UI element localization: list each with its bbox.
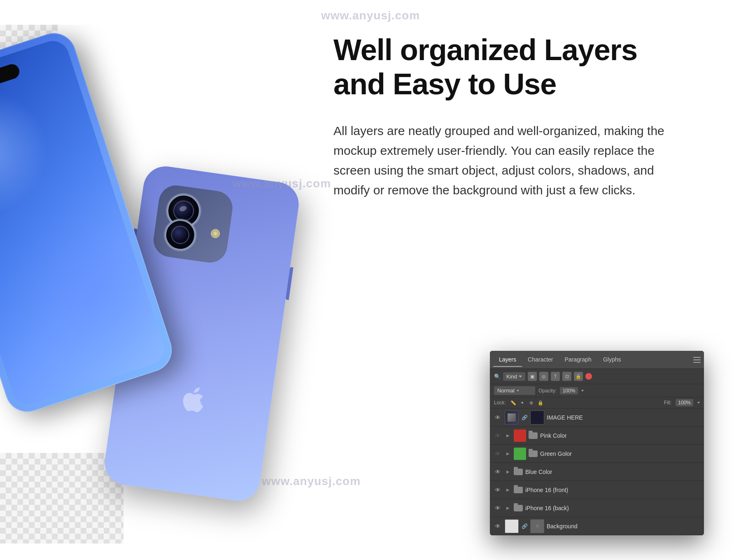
fill-arrow-icon (697, 402, 700, 404)
layer-folder-icon-5 (514, 505, 523, 511)
layer-row-green-golor[interactable]: 👁 ▶ Green Golor (490, 445, 704, 463)
layer-color-swatch-1 (514, 429, 526, 442)
ps-layers-list: 👁 🔗 IMAGE HERE 👁 ▶ Pink Color (490, 408, 704, 535)
phone-notch (0, 62, 21, 93)
content-area: Well organized Layers and Easy to Use Al… (309, 0, 741, 560)
fill-value[interactable]: 100% (676, 399, 693, 406)
filter-kind-label: Kind (506, 373, 517, 380)
fill-label: Fill: (664, 400, 672, 406)
lock-label: Lock: (494, 400, 506, 406)
layer-name-4: iPhone 16 (front) (525, 487, 701, 493)
layer-folder-icon-4 (514, 487, 523, 493)
filter-smart-icon[interactable]: 🔒 (574, 372, 583, 381)
layer-expand-3[interactable]: ▶ (505, 469, 511, 475)
opacity-value[interactable]: 100% (560, 387, 578, 394)
layer-eye-3[interactable]: 👁 (493, 467, 502, 476)
tab-glyphs[interactable]: Glyphs (597, 353, 627, 367)
layer-name-6: Background (547, 523, 701, 530)
camera-module (151, 183, 235, 265)
camera-lens-secondary-inner (170, 225, 191, 245)
filter-shape-icon[interactable]: ⊡ (562, 372, 571, 381)
layer-mask-thumb-6: ⊡ (530, 519, 544, 533)
tab-character[interactable]: Character (522, 353, 559, 367)
screen-glow-1 (0, 75, 65, 230)
main-title: Well organized Layers and Easy to Use (333, 33, 704, 101)
layer-expand-4[interactable]: ▶ (505, 487, 511, 493)
layer-folder-icon-2 (529, 450, 538, 457)
layer-eye-2[interactable]: 👁 (493, 449, 502, 458)
layer-link-6: 🔗 (521, 523, 528, 529)
layer-eye-6[interactable]: 👁 (493, 522, 502, 531)
filter-color-icon[interactable] (585, 373, 592, 380)
panel-menu-icon[interactable] (693, 357, 701, 363)
apple-logo (179, 384, 205, 413)
layer-row-background[interactable]: 👁 🔗 ⊡ Background (490, 517, 704, 535)
camera-flash (210, 229, 221, 239)
layer-name-5: iPhone 16 (back) (525, 505, 701, 511)
layer-row-blue-color[interactable]: 👁 ▶ Blue Color (490, 463, 704, 481)
filter-kind-arrow-icon (519, 376, 522, 378)
layer-color-swatch-2 (514, 448, 526, 460)
layer-link-0: 🔗 (521, 415, 528, 420)
layer-thumb-6 (505, 519, 519, 533)
blend-mode-value: Normal (497, 387, 515, 394)
layer-eye-1[interactable]: 👁 (493, 431, 502, 440)
layer-expand-2[interactable]: ▶ (505, 450, 511, 457)
layer-row-image-here[interactable]: 👁 🔗 IMAGE HERE (490, 408, 704, 427)
layer-expand-5[interactable]: ▶ (505, 505, 511, 511)
ps-layers-panel: Layers Character Paragraph Glyphs 🔍 Kind… (490, 351, 704, 535)
layer-eye-0[interactable]: 👁 (493, 413, 502, 422)
layer-name-2: Green Golor (540, 450, 701, 457)
ps-blend-row: Normal Opacity: 100% (490, 384, 704, 397)
filter-kind-dropdown[interactable]: Kind (503, 372, 525, 381)
tab-paragraph[interactable]: Paragraph (559, 353, 597, 367)
camera-lens-reflect (179, 205, 187, 212)
lock-pixel-icon[interactable]: ✏️ (510, 399, 517, 406)
layer-name-0: IMAGE HERE (547, 414, 701, 421)
layer-row-iphone16-front[interactable]: 👁 ▶ iPhone 16 (front) (490, 481, 704, 499)
tab-layers[interactable]: Layers (493, 353, 522, 367)
layer-row-pink-color[interactable]: 👁 ▶ Pink Color (490, 427, 704, 445)
lock-all-icon[interactable]: 🔒 (537, 399, 544, 406)
filter-text-icon[interactable]: T (551, 372, 560, 381)
blend-mode-dropdown[interactable]: Normal (494, 386, 535, 395)
layer-name-3: Blue Color (525, 469, 701, 475)
layer-eye-4[interactable]: 👁 (493, 485, 502, 495)
layer-name-1: Pink Color (540, 432, 701, 439)
lock-move-icon[interactable]: ✦ (519, 399, 526, 406)
lock-icons-group: ✏️ ✦ ⊕ 🔒 (510, 399, 544, 406)
opacity-label: Opacity: (538, 388, 557, 394)
filter-pixel-icon[interactable]: ▣ (528, 372, 537, 381)
layer-row-iphone16-back[interactable]: 👁 ▶ iPhone 16 (back) (490, 499, 704, 517)
blend-mode-arrow-icon (517, 390, 519, 392)
lock-artboard-icon[interactable]: ⊕ (528, 399, 535, 406)
camera-lens-main-inner (172, 199, 195, 222)
layer-folder-icon-1 (529, 432, 538, 439)
layer-eye-5[interactable]: 👁 (493, 504, 502, 513)
layer-folder-icon-3 (514, 469, 523, 475)
ps-panel-tabs: Layers Character Paragraph Glyphs (490, 351, 704, 369)
description-text: All layers are neatly grouped and well-o… (333, 121, 683, 200)
layer-mask-thumb-0 (530, 411, 544, 425)
layer-thumb-0 (505, 411, 519, 425)
ps-filter-row: 🔍 Kind ▣ ◎ T ⊡ 🔒 (490, 369, 704, 384)
phone-side-button (91, 97, 104, 129)
phone-area (0, 25, 338, 544)
filter-adjust-icon[interactable]: ◎ (539, 372, 548, 381)
layer-expand-1[interactable]: ▶ (505, 432, 511, 439)
ps-lock-row: Lock: ✏️ ✦ ⊕ 🔒 Fill: 100% (490, 397, 704, 408)
opacity-arrow-icon (581, 390, 584, 392)
search-icon: 🔍 (494, 373, 501, 380)
